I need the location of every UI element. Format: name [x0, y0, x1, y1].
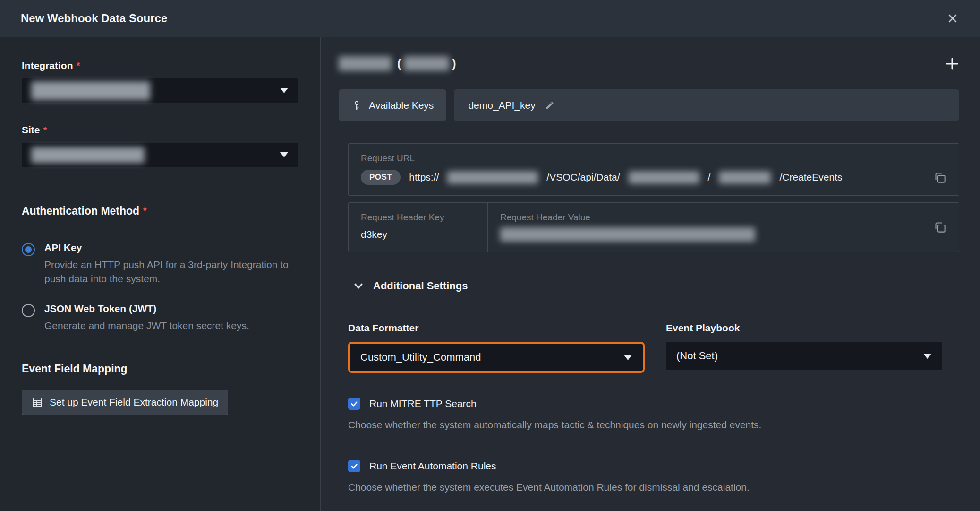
radio-label: API Key	[44, 242, 295, 253]
data-formatter-label: Data Formatter	[348, 322, 645, 334]
request-url-box: Request URL POST https:// /VSOC/api/Data…	[348, 143, 959, 196]
checkbox-checked[interactable]	[348, 398, 360, 410]
auth-method-radio-group: API Key Provide an HTTP push API for a 3…	[22, 242, 298, 332]
radio-option-jwt[interactable]: JSON Web Token (JWT) Generate and manage…	[22, 303, 298, 333]
setup-field-extraction-mapping-button[interactable]: Set up Event Field Extraction Mapping	[22, 390, 228, 415]
checkbox-label: Run Event Automation Rules	[369, 460, 496, 472]
integration-dropdown[interactable]	[22, 78, 298, 103]
event-playbook-label: Event Playbook	[666, 322, 942, 334]
additional-settings-label: Additional Settings	[373, 280, 468, 292]
auth-method-heading: Authentication Method*	[22, 205, 298, 217]
radio-option-api-key[interactable]: API Key Provide an HTTP push API for a 3…	[22, 242, 298, 286]
paren-close: )	[452, 57, 456, 70]
chevron-down-icon	[280, 87, 289, 94]
request-header-key-value: d3key	[361, 229, 475, 240]
http-method-badge: POST	[361, 170, 401, 185]
url-segment: /CreateEvents	[779, 172, 842, 183]
redacted-integration-value	[31, 81, 150, 100]
available-keys-button[interactable]: Available Keys	[339, 89, 446, 121]
api-key-name: demo_API_key	[468, 100, 535, 111]
data-formatter-value: Custom_Utility_Command	[360, 351, 481, 364]
request-header-box: Request Header Key d3key Request Header …	[348, 202, 959, 252]
url-segment: /VSOC/api/Data/	[546, 172, 620, 183]
datasource-title-row: ( )	[339, 56, 959, 71]
webhook-detail-panel: ( ) Available Keys	[321, 37, 980, 511]
radio-selected-icon[interactable]	[22, 243, 35, 256]
table-mapping-icon	[32, 397, 43, 408]
api-key-name-field[interactable]: demo_API_key	[454, 89, 959, 121]
radio-description: Provide an HTTP push API for a 3rd-party…	[44, 258, 295, 286]
radio-description: Generate and manage JWT token secret key…	[44, 319, 249, 333]
additional-settings-toggle[interactable]: Additional Settings	[353, 280, 959, 292]
request-header-key-cell: Request Header Key d3key	[349, 203, 488, 252]
close-icon[interactable]	[946, 12, 959, 25]
paren-open: (	[397, 57, 401, 70]
url-segment: https://	[409, 172, 439, 183]
request-header-value-cell: Request Header Value	[488, 203, 959, 252]
chevron-down-icon	[923, 353, 932, 359]
checkmark-icon	[350, 462, 358, 470]
modal-header: New Webhook Data Source	[0, 0, 980, 37]
checkbox-label: Run MITRE TTP Search	[369, 398, 477, 409]
redacted-site-segment	[719, 171, 771, 184]
redacted-datasource-id	[404, 56, 449, 71]
checkbox-checked[interactable]	[348, 460, 360, 472]
required-marker: *	[77, 60, 80, 71]
chevron-down-icon	[353, 280, 364, 292]
available-keys-label: Available Keys	[369, 100, 434, 111]
copy-icon[interactable]	[934, 221, 946, 234]
integration-label: Integration*	[22, 60, 298, 71]
redacted-site-value	[31, 147, 145, 163]
request-url-row: POST https:// /VSOC/api/Data/ / /CreateE…	[361, 170, 946, 185]
event-playbook-value: (Not Set)	[676, 350, 718, 362]
chevron-down-icon	[623, 355, 632, 361]
radio-unselected-icon[interactable]	[22, 304, 35, 317]
required-marker: *	[43, 124, 47, 135]
site-label: Site*	[22, 124, 298, 136]
redacted-datasource-name	[339, 56, 392, 71]
data-formatter-dropdown[interactable]: Custom_Utility_Command	[348, 342, 645, 373]
redacted-host	[447, 171, 538, 184]
required-marker: *	[143, 205, 147, 217]
radio-label: JSON Web Token (JWT)	[44, 303, 249, 314]
checkbox-description: Choose whether the system executes Event…	[348, 482, 959, 493]
request-url-label: Request URL	[361, 153, 946, 164]
copy-icon[interactable]	[934, 171, 946, 184]
mapping-button-label: Set up Event Field Extraction Mapping	[50, 397, 218, 408]
event-automation-rules-row: Run Event Automation Rules	[348, 460, 959, 472]
event-playbook-dropdown[interactable]: (Not Set)	[666, 342, 942, 370]
plus-icon[interactable]	[945, 57, 959, 71]
site-dropdown[interactable]	[22, 143, 298, 167]
checkmark-icon	[350, 399, 358, 408]
chevron-down-icon	[280, 152, 289, 158]
request-header-key-label: Request Header Key	[361, 212, 475, 223]
key-icon	[351, 100, 362, 111]
event-field-mapping-heading: Event Field Mapping	[22, 363, 298, 375]
redacted-header-value	[500, 227, 755, 242]
api-keys-row: Available Keys demo_API_key	[339, 89, 959, 121]
request-header-value-label: Request Header Value	[500, 212, 755, 223]
mitre-ttp-search-row: Run MITRE TTP Search	[348, 398, 959, 410]
config-sidebar: Integration* Site* Authentication Method…	[0, 37, 321, 511]
checkbox-description: Choose whether the system automatically …	[348, 419, 959, 431]
url-segment: /	[708, 172, 711, 183]
redacted-integration-segment	[629, 171, 699, 184]
pencil-icon[interactable]	[545, 101, 554, 110]
page-title: New Webhook Data Source	[21, 12, 167, 25]
